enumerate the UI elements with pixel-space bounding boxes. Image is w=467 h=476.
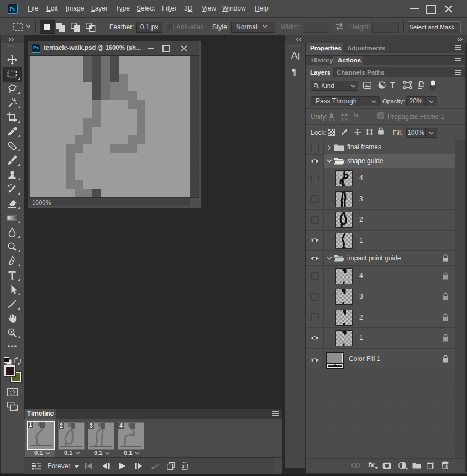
svg-text:fx: fx [353,112,359,118]
